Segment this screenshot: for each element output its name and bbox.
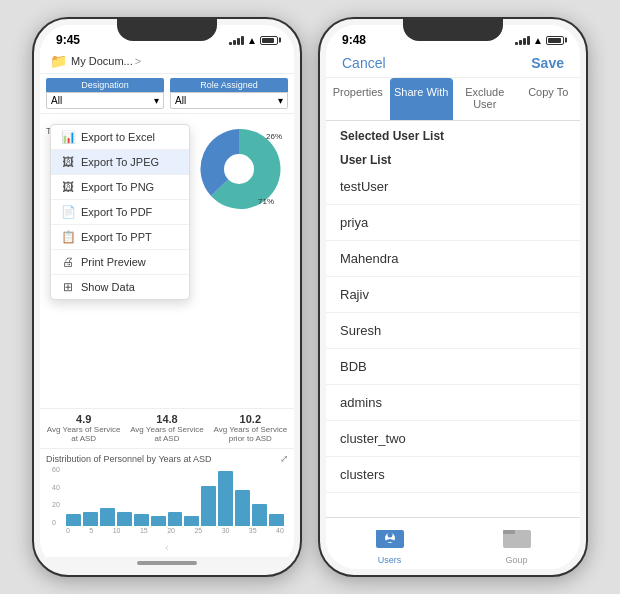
breadcrumb-text-1: My Docum... bbox=[71, 55, 133, 67]
designation-select[interactable]: All ▾ bbox=[46, 92, 164, 109]
phone-2-screen: 9:48 ▲ Cancel Sa bbox=[326, 25, 580, 569]
stat-3-value: 10.2 bbox=[209, 413, 292, 425]
role-select[interactable]: All ▾ bbox=[170, 92, 288, 109]
stat-2-label: Avg Years of Serviceat ASD bbox=[125, 425, 208, 444]
menu-export-pdf[interactable]: 📄 Export To PDF bbox=[51, 200, 189, 225]
bar-10 bbox=[218, 471, 233, 526]
tab-exclude-user-label: Exclude User bbox=[465, 86, 504, 110]
expand-icon[interactable]: ⤢ bbox=[280, 453, 288, 464]
phones-container: 9:45 ▲ 📁 My Docum... bbox=[16, 1, 604, 593]
user-item-mahendra[interactable]: Mahendra bbox=[326, 241, 580, 277]
user-item-clusters[interactable]: clusters bbox=[326, 457, 580, 493]
menu-show-data[interactable]: ⊞ Show Data bbox=[51, 275, 189, 299]
menu-export-png-label: Export To PNG bbox=[81, 181, 154, 193]
stat-3: 10.2 Avg Years of Serviceprior to ASD bbox=[209, 413, 292, 444]
folder-icon-1: 📁 bbox=[50, 53, 67, 69]
bar-9 bbox=[201, 486, 216, 526]
excel-icon: 📊 bbox=[61, 130, 75, 144]
menu-export-jpeg[interactable]: 🖼 Export To JPEG bbox=[51, 150, 189, 175]
tab-properties-label: Properties bbox=[333, 86, 383, 98]
bottom-tab-group[interactable]: Goup bbox=[453, 518, 580, 569]
time-2: 9:48 bbox=[342, 33, 366, 47]
save-button[interactable]: Save bbox=[531, 55, 564, 71]
user-item-testuser[interactable]: testUser bbox=[326, 169, 580, 205]
stat-3-label: Avg Years of Serviceprior to ASD bbox=[209, 425, 292, 444]
chart2-title-text: Distribution of Personnel by Years at AS… bbox=[46, 454, 212, 464]
menu-export-excel[interactable]: 📊 Export to Excel bbox=[51, 125, 189, 150]
menu-show-data-label: Show Data bbox=[81, 281, 135, 293]
battery-icon-1 bbox=[260, 36, 278, 45]
stat-2-value: 14.8 bbox=[125, 413, 208, 425]
user-item-rajiv[interactable]: Rajiv bbox=[326, 277, 580, 313]
stat-1-value: 4.9 bbox=[42, 413, 125, 425]
phone-1: 9:45 ▲ 📁 My Docum... bbox=[32, 17, 302, 577]
jpeg-icon: 🖼 bbox=[61, 155, 75, 169]
bottom-bar-1 bbox=[40, 557, 294, 569]
tab-share-with-label: Share With bbox=[394, 86, 448, 98]
bar-13 bbox=[269, 514, 284, 526]
bar-11 bbox=[235, 490, 250, 526]
breadcrumb-arrow-1: > bbox=[135, 55, 141, 67]
user-item-cluster-two[interactable]: cluster_two bbox=[326, 421, 580, 457]
tab-bar-2: Properties Share With Exclude User Copy … bbox=[326, 78, 580, 121]
user-item-suresh[interactable]: Suresh bbox=[326, 313, 580, 349]
pdf-icon: 📄 bbox=[61, 205, 75, 219]
user-list: testUser priya Mahendra Rajiv Suresh BDB bbox=[326, 169, 580, 517]
chart-area-1: Teacher D... 📊 Export to Excel 🖼 Export … bbox=[40, 114, 294, 408]
role-label: Role Assigned bbox=[170, 78, 288, 92]
scroll-indicator: ‹ bbox=[40, 538, 294, 557]
bar-8 bbox=[184, 516, 199, 526]
tab-share-with[interactable]: Share With bbox=[390, 78, 454, 120]
ppt-icon: 📋 bbox=[61, 230, 75, 244]
group-icon bbox=[503, 524, 531, 553]
stat-1: 4.9 Avg Years of Serviceat ASD bbox=[42, 413, 125, 444]
signal-bars-1 bbox=[229, 36, 244, 45]
selected-user-list-heading: Selected User List bbox=[326, 121, 580, 147]
bar-3 bbox=[100, 508, 115, 526]
battery-icon-2 bbox=[546, 36, 564, 45]
tab-properties[interactable]: Properties bbox=[326, 78, 390, 120]
cancel-button[interactable]: Cancel bbox=[342, 55, 386, 71]
bottom-tab-bar-2: Users Goup bbox=[326, 517, 580, 569]
menu-print-preview[interactable]: 🖨 Print Preview bbox=[51, 250, 189, 275]
chart2-area: Distribution of Personnel by Years at AS… bbox=[40, 448, 294, 538]
pie-label-71: 71% bbox=[258, 197, 274, 206]
designation-label: Designation bbox=[46, 78, 164, 92]
menu-print-preview-label: Print Preview bbox=[81, 256, 146, 268]
users-tab-label: Users bbox=[378, 555, 402, 565]
menu-export-ppt-label: Export To PPT bbox=[81, 231, 152, 243]
bottom-tab-users[interactable]: Users bbox=[326, 518, 453, 569]
tab-exclude-user[interactable]: Exclude User bbox=[453, 78, 517, 120]
pie-chart: 26% 71% bbox=[194, 124, 284, 214]
designation-filter[interactable]: Designation All ▾ bbox=[46, 78, 164, 109]
role-filter[interactable]: Role Assigned All ▾ bbox=[170, 78, 288, 109]
home-indicator-1[interactable] bbox=[137, 561, 197, 565]
status-icons-2: ▲ bbox=[515, 35, 564, 46]
bar-5 bbox=[134, 514, 149, 526]
svg-point-4 bbox=[387, 533, 392, 538]
pie-label-26: 26% bbox=[266, 132, 282, 141]
filter-bar-1: Designation All ▾ Role Assigned All ▾ bbox=[40, 74, 294, 114]
breadcrumb-1[interactable]: 📁 My Docum... > bbox=[40, 49, 294, 74]
data-icon: ⊞ bbox=[61, 280, 75, 294]
group-tab-label: Goup bbox=[505, 555, 527, 565]
phone-2: 9:48 ▲ Cancel Sa bbox=[318, 17, 588, 577]
menu-export-excel-label: Export to Excel bbox=[81, 131, 155, 143]
menu-export-png[interactable]: 🖼 Export To PNG bbox=[51, 175, 189, 200]
menu-export-ppt[interactable]: 📋 Export To PPT bbox=[51, 225, 189, 250]
bar-6 bbox=[151, 516, 166, 526]
chart2-title: Distribution of Personnel by Years at AS… bbox=[46, 453, 288, 464]
user-item-bdb[interactable]: BDB bbox=[326, 349, 580, 385]
wifi-icon-1: ▲ bbox=[247, 35, 257, 46]
user-item-admins[interactable]: admins bbox=[326, 385, 580, 421]
user-item-priya[interactable]: priya bbox=[326, 205, 580, 241]
menu-export-jpeg-label: Export To JPEG bbox=[81, 156, 159, 168]
phone-1-screen: 9:45 ▲ 📁 My Docum... bbox=[40, 25, 294, 569]
bar-chart bbox=[62, 466, 288, 526]
p2-header: Cancel Save bbox=[326, 49, 580, 78]
tab-copy-to[interactable]: Copy To bbox=[517, 78, 581, 120]
bar-1 bbox=[66, 514, 81, 526]
user-list-heading: User List bbox=[326, 147, 580, 169]
signal-bars-2 bbox=[515, 36, 530, 45]
bar-4 bbox=[117, 512, 132, 526]
